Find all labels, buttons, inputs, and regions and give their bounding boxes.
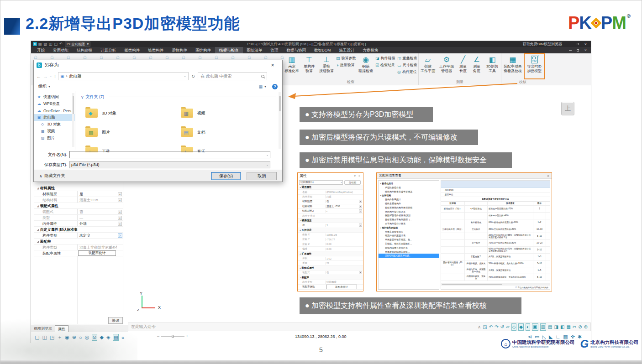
workplane-manager-button[interactable]: ⚙ 工作平面管理器 bbox=[437, 53, 456, 79]
refresh-icon[interactable]: ↻ bbox=[191, 74, 195, 79]
building-icon[interactable]: ⌂ bbox=[149, 54, 153, 60]
building-icon[interactable]: ⌂ bbox=[116, 54, 120, 60]
building-icon[interactable]: ⌂ bbox=[50, 54, 54, 60]
property-row[interactable]: 构件类型 混凝土非砌筑非承重外墙 ▾▷ bbox=[34, 244, 123, 250]
command-toolbar-icon[interactable]: ✂ bbox=[573, 324, 576, 330]
tree-item[interactable]: 特殊构件数量及编号等情况 bbox=[379, 190, 439, 194]
save-button[interactable]: 保存(S) bbox=[211, 172, 241, 180]
hide-folders-button[interactable]: ∧ 隐藏文件夹 bbox=[39, 173, 65, 179]
measure-length-button[interactable]: ╱ 测量长度 bbox=[456, 53, 470, 79]
command-toolbar-icon[interactable]: ↶ bbox=[489, 324, 493, 330]
mini-property-row[interactable]: 体积 1.02 ▾ bbox=[298, 256, 363, 261]
mini-property-row[interactable]: 楼层信息 ▾ bbox=[298, 218, 363, 223]
quick-access-toolbar[interactable]: ▤▧◫◳↶ bbox=[38, 42, 63, 46]
command-toolbar-icon[interactable]: ◆ bbox=[518, 323, 524, 331]
tree-item[interactable]: 围护墙和内隔墙 bbox=[379, 226, 439, 230]
command-toolbar-icon[interactable]: ◧ bbox=[560, 324, 564, 330]
mini-panel-controls[interactable]: ▾ × bbox=[354, 174, 361, 178]
mini-property-row[interactable]: 材料随层 否 ▾ bbox=[298, 199, 363, 204]
view-toolbar-icon[interactable]: ◫ bbox=[42, 334, 47, 340]
building-icon[interactable]: ⌂ bbox=[231, 54, 235, 60]
view-toolbar-icon[interactable]: ◈ bbox=[106, 334, 110, 340]
building-icon[interactable]: ⌂ bbox=[215, 54, 218, 60]
component-selector[interactable]: 结构飘窗(1) ▾ bbox=[299, 180, 343, 185]
view-toolbar-icon[interactable]: ◉ bbox=[65, 334, 69, 340]
batch-check-button[interactable]: ◑批量验算 bbox=[336, 62, 357, 68]
command-toolbar-icon[interactable]: ▣ bbox=[532, 323, 538, 331]
view-toolbar-icon[interactable]: ⊕ bbox=[72, 334, 76, 340]
help-button[interactable]: ? bbox=[272, 84, 278, 89]
zoom-out-icon[interactable]: – bbox=[157, 334, 159, 338]
building-icon[interactable]: ⌂ bbox=[264, 54, 268, 60]
view-toolbar-icon[interactable]: « bbox=[121, 335, 124, 340]
forward-icon[interactable]: → bbox=[43, 74, 47, 79]
tree-item[interactable]: 各构件数量统计 bbox=[379, 198, 439, 202]
tree-item[interactable]: 各标准层水平构件面积（... bbox=[379, 218, 439, 222]
command-toolbar-icon[interactable]: ▱ bbox=[506, 324, 510, 330]
ribbon-tab[interactable]: 常用功能 bbox=[49, 47, 73, 53]
ribbon-tab[interactable]: 管理 bbox=[267, 47, 283, 53]
ribbon-tab[interactable]: 围护构件 bbox=[191, 47, 215, 53]
export-p3d-encrypted-button[interactable]: P3D 导出P3D加密模型 bbox=[524, 53, 544, 79]
tree-item[interactable]: 钢筋和预埋件核算表(演示... bbox=[379, 213, 439, 218]
group-display-button[interactable]: 分组图 bbox=[344, 180, 361, 185]
quick-access-icon[interactable]: ◫ bbox=[49, 42, 53, 46]
command-toolbar-icon[interactable]: ↺ bbox=[500, 324, 504, 330]
result-close-button[interactable]: × bbox=[547, 174, 549, 178]
beam-column-joint-button[interactable]: ⊥ 梁柱接缝验算 bbox=[318, 53, 335, 79]
dropdown-icon[interactable]: ▾ bbox=[118, 216, 122, 220]
mini-property-row[interactable]: 装配式 否 ▾ bbox=[298, 270, 363, 275]
ribbon-tab[interactable]: 数据与协同 bbox=[283, 47, 310, 53]
tree-item[interactable]: 各标准层竖向构件体积明细 bbox=[379, 206, 439, 210]
mini-property-row[interactable]: 层 1 ▾ bbox=[298, 223, 363, 228]
view-toolbar-icon[interactable]: ◎ bbox=[85, 334, 89, 340]
view-toolbar-icon[interactable]: ○ bbox=[79, 335, 82, 340]
check-result-button[interactable]: ☑检查结果 bbox=[375, 62, 396, 68]
assembly-stats-button[interactable]: 装配率统计 bbox=[78, 250, 116, 256]
3d-section-button[interactable]: ◧ 3D剖切工具 bbox=[484, 53, 501, 79]
view-toolbar-icon[interactable]: ▤ bbox=[113, 334, 118, 341]
ribbon-tab[interactable]: 墙类构件 bbox=[144, 47, 168, 53]
member-clash-button[interactable]: ◪构件碰撞 bbox=[375, 56, 396, 61]
command-toolbar-icon[interactable]: ◐ bbox=[526, 323, 530, 331]
building-icon[interactable]: ⌂ bbox=[132, 54, 136, 60]
building-icon[interactable]: ⌂ bbox=[67, 54, 70, 60]
tree-item[interactable]: 标准化设计 bbox=[379, 182, 439, 186]
organize-button[interactable]: 组织 bbox=[38, 83, 47, 89]
file-list-scrollbar[interactable] bbox=[279, 92, 281, 149]
command-toolbar-icon[interactable]: ◇ bbox=[511, 323, 517, 331]
quick-access-icon[interactable]: ▤ bbox=[38, 42, 42, 46]
property-row[interactable]: 内外属性 外墙 ▾▷ bbox=[34, 221, 123, 227]
sidebar-item[interactable]: ▨ 图片 bbox=[34, 135, 75, 141]
tree-item[interactable]: 水平构件得分计算表 bbox=[379, 222, 439, 226]
ribbon-tab[interactable]: 开始 bbox=[33, 47, 49, 53]
slider-track[interactable] bbox=[161, 336, 184, 337]
modify-button[interactable]: 修改 bbox=[108, 317, 123, 324]
filename-caret-icon[interactable]: ⌄ bbox=[266, 153, 268, 156]
tree-item[interactable]: 特殊承重墙构件 bbox=[379, 202, 439, 206]
property-row[interactable]: 装配率属性 装配率统计 ▾▷ bbox=[34, 250, 123, 256]
auto-hide-checkbox[interactable]: 定位结构构件时自动隐藏其他构件 bbox=[515, 286, 548, 289]
tree-item[interactable]: 砌筑内隔墙长度统计表 bbox=[379, 246, 439, 250]
zoom-in-icon[interactable]: + bbox=[186, 334, 188, 338]
dropdown-icon[interactable]: ▾ bbox=[359, 209, 362, 213]
ribbon-tab[interactable]: 指标与检查 bbox=[215, 47, 243, 53]
building-icon[interactable]: ⌂ bbox=[165, 54, 169, 60]
breadcrumb[interactable]: 此电脑 bbox=[69, 73, 81, 79]
mini-property-row[interactable]: 偏移 0.00 ▾ bbox=[298, 247, 363, 251]
mini-property-row[interactable]: 坐标 Y -756.77 ▾ bbox=[298, 237, 363, 242]
single-member-check-button[interactable]: ⊤ 单构件验算 bbox=[300, 53, 318, 79]
command-toolbar-icon[interactable]: ◳ bbox=[483, 324, 487, 330]
mini-property-row[interactable]: 构件类型 结构飘窗 ▾ bbox=[298, 280, 363, 285]
horizontal-scrollbar[interactable] bbox=[441, 283, 550, 286]
member-locate-button[interactable]: ◎构件定位 bbox=[397, 69, 418, 74]
dropdown-icon[interactable]: ▾ bbox=[359, 271, 362, 274]
folder-group-header[interactable]: ∨ 文件夹 (7) bbox=[81, 94, 276, 100]
bim-viewer-link[interactable]: 获取免费BIM模型浏览器 bbox=[523, 42, 562, 47]
view-caret-icon[interactable]: ▼ bbox=[264, 85, 267, 88]
minimize-button[interactable] bbox=[567, 42, 574, 47]
back-icon[interactable]: ← bbox=[37, 74, 41, 79]
sidebar-item[interactable]: ☁ WPS云盘 bbox=[34, 100, 75, 107]
savetype-select[interactable]: p3d File (*.p3d) ⌄ bbox=[69, 161, 270, 168]
ribbon-tab[interactable]: 图纸清单 bbox=[243, 47, 267, 53]
